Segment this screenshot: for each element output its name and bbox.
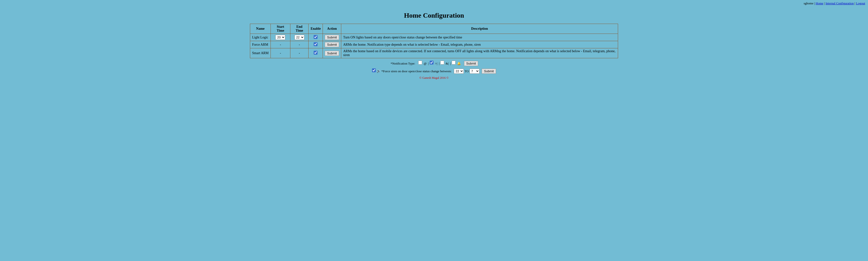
col-header-name: Name: [250, 24, 271, 34]
row-action-2[interactable]: Submit: [323, 48, 341, 58]
row-name-1: Force ARM: [250, 41, 271, 48]
enable-checkbox-1[interactable]: [314, 42, 317, 46]
username: sghome: [804, 1, 813, 5]
col-header-enable: Enable: [309, 24, 323, 34]
notification-email-label: @: [424, 62, 427, 65]
siren-to-label: TO: [465, 69, 469, 73]
row-description-0: Turn ON lights based on any doors open/c…: [341, 34, 618, 41]
siren-from-select[interactable]: 01234567891011121314151617181920212223: [454, 69, 464, 74]
table-row: Light Logic01234567891011121314151617181…: [250, 34, 618, 41]
siren-enable-checkbox[interactable]: [372, 68, 376, 72]
notification-label: *Notification Type:: [391, 62, 415, 65]
notification-phone-checkbox[interactable]: [440, 61, 444, 65]
row-enable-0[interactable]: [309, 34, 323, 41]
logout-link[interactable]: Logout: [856, 1, 865, 5]
submit-button-0[interactable]: Submit: [325, 35, 339, 40]
row-enable-2[interactable]: [309, 48, 323, 58]
top-bar: sghome | Home | Internal Configuration |…: [0, 0, 868, 7]
col-header-action: Action: [323, 24, 341, 34]
home-link[interactable]: Home: [816, 1, 824, 5]
row-name-0: Light Logic: [250, 34, 271, 41]
table-row: Force ARM--SubmitARMs the home. Notifica…: [250, 41, 618, 48]
table-container: Name Start Time End Time Enable Action D…: [250, 24, 618, 58]
col-header-description: Description: [341, 24, 618, 34]
copyright: © Ganesh Magal 2016 ©: [0, 76, 868, 80]
submit-button-2[interactable]: Submit: [325, 51, 339, 56]
notification-submit-button[interactable]: Submit: [464, 61, 478, 66]
notification-email-checkbox[interactable]: [418, 61, 422, 65]
row-end-time-1: -: [290, 41, 309, 48]
notification-phone-label: &|: [445, 62, 450, 65]
siren-to-select[interactable]: 01234567891011121314151617181920212223: [470, 69, 479, 74]
notification-siren-checkbox[interactable]: [452, 61, 456, 65]
internal-config-link[interactable]: Internal Configuration: [826, 1, 854, 5]
row-description-2: ARMs the home based on if mobile devices…: [341, 48, 618, 58]
siren-label: *Force siren on door open/close status c…: [381, 69, 452, 73]
notification-telegram-checkbox[interactable]: [430, 61, 434, 65]
submit-button-1[interactable]: Submit: [325, 42, 339, 47]
end-time-select-0[interactable]: 01234567891011121314151617181920212223: [294, 35, 304, 40]
col-header-end: End Time: [290, 24, 309, 34]
row-start-time-1: -: [271, 41, 290, 48]
table-row: Smart ARM--SubmitARMs the home based on …: [250, 48, 618, 58]
row-end-time-2: -: [290, 48, 309, 58]
row-start-time-2: -: [271, 48, 290, 58]
start-time-select-0[interactable]: 01234567891011121314151617181920212223: [275, 35, 285, 40]
siren-row: *Force siren on door open/close status c…: [0, 68, 868, 74]
notification-row: *Notification Type: @ | >| | &| | Submit: [0, 61, 868, 66]
siren-speaker-icon: [377, 69, 380, 73]
notification-bell-icon: [457, 62, 461, 65]
enable-checkbox-2[interactable]: [314, 51, 317, 54]
page-title: Home Configuration: [0, 11, 868, 19]
row-action-1[interactable]: Submit: [323, 41, 341, 48]
row-name-2: Smart ARM: [250, 48, 271, 58]
row-enable-1[interactable]: [309, 41, 323, 48]
row-start-time-0[interactable]: 01234567891011121314151617181920212223: [271, 34, 290, 41]
table-header-row: Name Start Time End Time Enable Action D…: [250, 24, 618, 34]
notification-telegram-icon: >|: [435, 62, 438, 65]
row-action-0[interactable]: Submit: [323, 34, 341, 41]
row-end-time-0[interactable]: 01234567891011121314151617181920212223: [290, 34, 309, 41]
row-description-1: ARMs the home. Notification type depends…: [341, 41, 618, 48]
enable-checkbox-0[interactable]: [314, 35, 317, 39]
siren-submit-button[interactable]: Submit: [482, 69, 496, 74]
config-table: Name Start Time End Time Enable Action D…: [250, 24, 618, 58]
col-header-start: Start Time: [271, 24, 290, 34]
